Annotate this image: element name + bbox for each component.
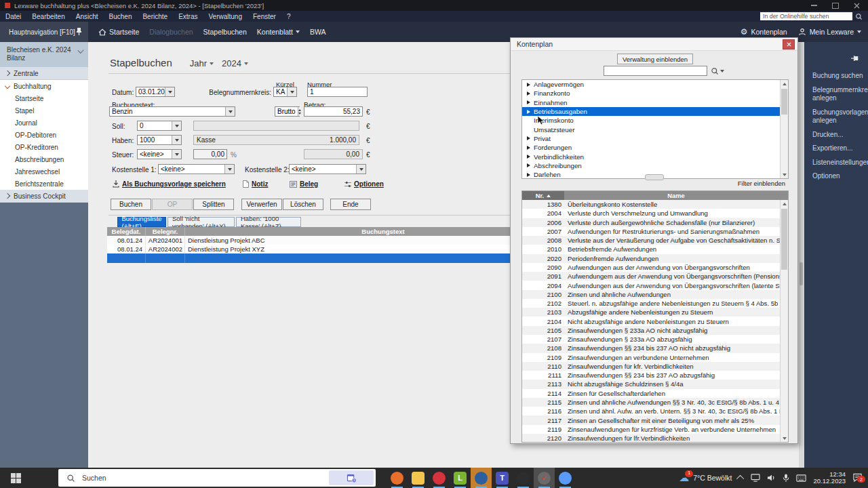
- account-row[interactable]: 2094 Aufwendungen aus der Anwendung von …: [522, 281, 788, 289]
- account-row[interactable]: 2103 Abzugsfähige andere Nebenleistungen…: [522, 308, 788, 317]
- scroll-down-icon[interactable]: [781, 171, 788, 178]
- sidebar-item[interactable]: OP-Kreditoren: [0, 141, 88, 153]
- speaker-icon[interactable]: [767, 474, 776, 482]
- toolbar-nav-item[interactable]: Stapelbuchen: [203, 28, 247, 36]
- minimize-icon[interactable]: [811, 5, 817, 6]
- tree-item[interactable]: Betriebsausgaben: [522, 107, 788, 116]
- sidebar-item[interactable]: OP-Debitoren: [0, 129, 88, 141]
- menu-item[interactable]: Extras: [173, 13, 203, 20]
- steuer-prozent-input[interactable]: 0,00: [193, 149, 227, 159]
- sidebar-item[interactable]: Zentrale: [0, 67, 88, 80]
- notification-center-icon[interactable]: 2: [852, 473, 863, 483]
- menu-item[interactable]: Buchen: [104, 13, 138, 20]
- menu-item[interactable]: Datei: [0, 13, 26, 20]
- search-icon[interactable]: [711, 67, 724, 75]
- taskbar-search-input[interactable]: Suchen: [58, 469, 376, 487]
- taskbar-app-icon[interactable]: [429, 468, 450, 488]
- account-row[interactable]: 2090 Aufwendungen aus der Anwendung von …: [522, 263, 788, 272]
- accounts-scrollbar[interactable]: [780, 200, 788, 442]
- tree-item[interactable]: Verbindlichkeiten: [522, 152, 788, 161]
- konto-search-input[interactable]: [604, 66, 707, 76]
- chevron-down-icon[interactable]: [287, 87, 296, 96]
- steuer-select[interactable]: <keine>: [137, 149, 182, 159]
- sidebar-item[interactable]: Berichtszentrale: [0, 178, 88, 190]
- kostenstelle1-select[interactable]: <keine>: [158, 164, 235, 174]
- expander-icon[interactable]: [527, 100, 530, 104]
- sidebar-item[interactable]: Jahreswechsel: [0, 165, 88, 178]
- jahr-dropdown[interactable]: Jahr: [190, 58, 214, 68]
- menu-item[interactable]: Berichte: [137, 13, 173, 20]
- tray-expand-icon[interactable]: [736, 475, 744, 483]
- save-template-link[interactable]: Als Buchungsvorlage speichern: [113, 180, 226, 188]
- expander-icon[interactable]: [527, 83, 530, 87]
- taskbar-app-icon[interactable]: ✓: [534, 468, 555, 488]
- sidebar-item[interactable]: Abschreibungen: [0, 153, 88, 165]
- action-panel-item[interactable]: Buchung suchen: [812, 72, 865, 81]
- taskbar-app-icon[interactable]: [387, 468, 408, 488]
- dialog-close-icon[interactable]: [783, 39, 795, 49]
- buchungstext-input[interactable]: Benzin: [109, 106, 235, 117]
- bookings-tab[interactable]: Buchungsliste (Alt+E): [117, 217, 166, 227]
- verwaltung-einblenden-button[interactable]: Verwaltung einblenden: [617, 54, 693, 64]
- brutto-netto-stepper[interactable]: Brutto: [275, 106, 300, 117]
- sidebar-item[interactable]: Stapel: [0, 104, 88, 117]
- menu-item[interactable]: Verwaltung: [203, 13, 247, 20]
- taskbar-app-icon[interactable]: T: [492, 468, 513, 488]
- tree-item[interactable]: Interimskonto: [522, 116, 788, 125]
- chevron-down-icon[interactable]: [225, 107, 235, 116]
- account-row[interactable]: 2007 Aufwendungen für Restrukturierungs-…: [522, 227, 788, 236]
- start-button[interactable]: [0, 468, 31, 488]
- panel-splitter[interactable]: [799, 42, 804, 468]
- sidebar-item[interactable]: Journal: [0, 117, 88, 129]
- splitter-grip[interactable]: [800, 262, 803, 285]
- account-row[interactable]: 2114 Zinsen für Gesellschafterdarlehen: [522, 389, 788, 398]
- chevron-down-icon[interactable]: [172, 150, 181, 159]
- dialog-splitter-handle[interactable]: [645, 174, 664, 180]
- tree-item[interactable]: Einnahmen: [522, 98, 788, 107]
- expander-icon[interactable]: [527, 136, 530, 140]
- spinner-arrows-icon[interactable]: [298, 107, 301, 116]
- tree-item[interactable]: Finanzkonto: [522, 89, 788, 98]
- kostenstelle2-select[interactable]: <keine>: [289, 164, 366, 174]
- menu-item[interactable]: ?: [281, 13, 296, 20]
- taskbar-app-icon[interactable]: [471, 468, 492, 488]
- form-button[interactable]: Löschen: [283, 199, 323, 210]
- action-panel-item[interactable]: Belegnummernkreise anlegen: [812, 86, 865, 103]
- menu-item[interactable]: Bearbeiten: [26, 13, 70, 20]
- calendar-widget-icon[interactable]: [329, 470, 374, 485]
- beleg-link[interactable]: Beleg: [290, 180, 318, 188]
- maximize-icon[interactable]: [832, 3, 839, 9]
- account-row[interactable]: 2010 Betriebsfremde Aufwendungen: [522, 245, 788, 253]
- accounts-table-header[interactable]: Nr. Name: [522, 191, 788, 200]
- form-button[interactable]: OP: [152, 199, 193, 210]
- online-help-search-input[interactable]: In der Onlinehilfe suchen: [760, 12, 852, 20]
- account-row[interactable]: 2107 Zinsaufwendungen § 233a AO abzugsfä…: [522, 335, 788, 344]
- keyboard-icon[interactable]: [796, 474, 806, 482]
- account-row[interactable]: 2108 Zinsaufwendungen §§ 234 bis 237 AO …: [522, 344, 788, 352]
- haben-select[interactable]: 1000: [137, 135, 182, 145]
- account-row[interactable]: 2091 Aufwendungem aus der Anwendung von …: [522, 272, 788, 281]
- taskbar-app-icon[interactable]: [513, 468, 534, 488]
- account-row[interactable]: 2006 Verluste durch außergewöhnliche Sch…: [522, 218, 788, 227]
- account-row[interactable]: 2109 Zinsaufwendungen an verbundene Unte…: [522, 353, 788, 362]
- scroll-up-icon[interactable]: [781, 80, 788, 87]
- account-row[interactable]: 2104 Nicht abzugsfähige andere Nebenleis…: [522, 317, 788, 325]
- pin-icon[interactable]: [76, 28, 82, 36]
- kuerzel-select[interactable]: KA: [273, 87, 297, 97]
- sidebar-item[interactable]: Business Cockpit: [0, 190, 88, 203]
- account-row[interactable]: 2117 Zinsen an Gesellschafter mit einer …: [522, 415, 788, 424]
- scroll-down-icon[interactable]: [781, 434, 788, 442]
- scrollbar-thumb[interactable]: [781, 89, 787, 115]
- taskbar-app-icon[interactable]: [408, 468, 429, 488]
- tree-item[interactable]: Anlagevermögen: [522, 80, 788, 89]
- scrollbar-thumb[interactable]: [781, 209, 787, 270]
- sidebar-item[interactable]: Buchhaltung: [0, 80, 88, 92]
- taskbar-app-icon[interactable]: [555, 468, 576, 488]
- soll-select[interactable]: 0: [137, 121, 182, 131]
- toolbar-nav-item[interactable]: Dialogbuchen: [149, 28, 193, 36]
- tree-item[interactable]: Umsatzsteuer: [522, 125, 788, 134]
- account-row[interactable]: 2020 Periodenfremde Aufwendungen: [522, 254, 788, 263]
- bookings-tab[interactable]: Haben: '1000 Kasse' (Alt+Z): [236, 217, 301, 227]
- account-row[interactable]: 2115 Zinsen und ähnliche Aufwendungen §§…: [522, 398, 788, 407]
- tree-scrollbar[interactable]: [780, 80, 788, 178]
